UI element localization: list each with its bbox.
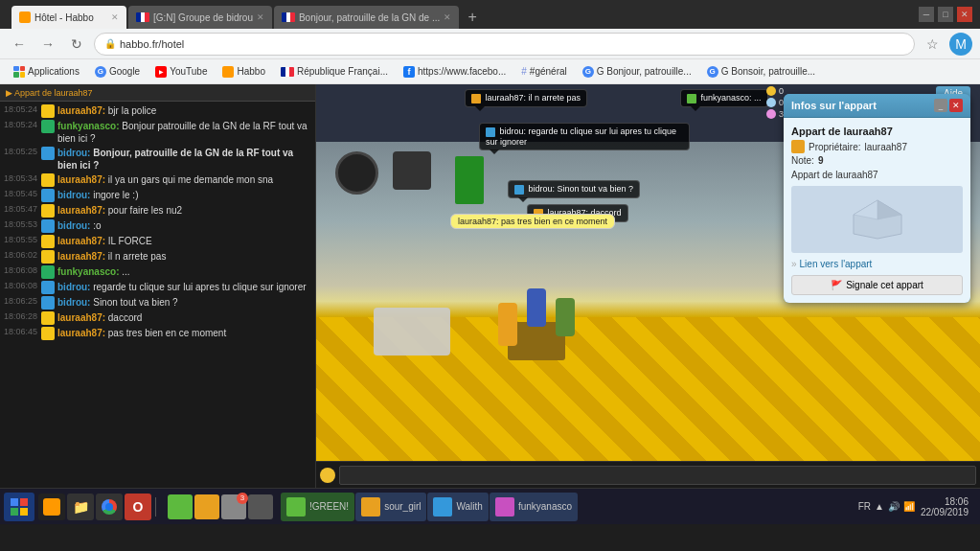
chat-msg-10: 18:06:08 bidrou: regarde tu clique sur l… — [4, 280, 311, 295]
msg-text-11: bidrou: Sinon tout va bien ? — [57, 296, 178, 309]
chat-msg-3: 18:05:34 lauraah87: il ya un gars qui me… — [4, 172, 311, 188]
browser-tab-2[interactable]: [G:N] Groupe de bidrou ✕ — [128, 6, 272, 29]
info-room-name: Appart de lauraah87 — [791, 126, 963, 137]
hud-currency1: 0 — [779, 86, 784, 96]
google-icon: G — [95, 66, 106, 78]
chat-msg-2: 18:05:25 bidrou: Bonjour, patrouille de … — [4, 146, 311, 172]
taskbar-app-sourgirl[interactable]: sour_girl — [355, 493, 426, 521]
info-rating-row: Note: 9 — [791, 155, 963, 166]
info-panel-title: Infos sur l'appart — [791, 100, 877, 111]
info-owner-avatar — [791, 140, 805, 153]
bookmark-youtube[interactable]: YouTube — [149, 64, 213, 80]
maximize-button[interactable]: □ — [938, 7, 953, 22]
google-icon-2: G — [582, 66, 594, 78]
systray: FR ▲ 🔊 📶 — [858, 501, 915, 512]
taskbar-chrome-icon[interactable] — [96, 494, 123, 520]
chat-input-field[interactable] — [339, 466, 976, 485]
taskbar-avatar-4[interactable] — [248, 494, 273, 519]
chat-emoji-icon[interactable] — [320, 468, 335, 483]
taskbar-avatar-3[interactable]: 3 — [221, 494, 246, 519]
taskbar-divider — [155, 497, 156, 517]
bookmark-habbo[interactable]: Habbo — [217, 64, 270, 80]
taskbar-app-funky[interactable]: funkyanasco — [490, 493, 578, 521]
browser-titlebar: Hôtel - Habbo ✕ [G:N] Groupe de bidrou ✕… — [0, 0, 980, 29]
nav-bar: ← → ↻ 🔒 habbo.fr/hotel ☆ M — [0, 29, 980, 59]
msg-text-1: funkyanasco: Bonjour patrouille de la GN… — [57, 120, 311, 145]
app-avatar-funky — [495, 497, 514, 517]
bookmark-bonjour-label: G Bonjour, patrouille... — [597, 66, 692, 77]
chat-msg-1: 18:05:24 funkyanasco: Bonjour patrouille… — [4, 119, 311, 146]
msg-time-4: 18:05:45 — [4, 189, 38, 200]
taskbar-avatar-2[interactable] — [194, 494, 219, 519]
google-icon-3: G — [707, 66, 718, 78]
app-avatar-green — [286, 497, 306, 517]
msg-avatar-2 — [41, 147, 55, 160]
tab-close-3[interactable]: ✕ — [444, 12, 451, 22]
chat-header-text: ▶ Appart de lauraah87 — [6, 88, 93, 98]
info-panel: Infos sur l'appart _ ✕ Appart de lauraah… — [784, 94, 970, 303]
msg-time-0: 18:05:24 — [4, 104, 38, 116]
facebook-icon: f — [403, 66, 415, 78]
bookmark-google[interactable]: G Google — [89, 64, 146, 80]
report-button[interactable]: 🚩 Signale cet appart — [791, 275, 963, 295]
tab-close-1[interactable]: ✕ — [111, 12, 119, 22]
address-bar[interactable]: 🔒 habbo.fr/hotel — [94, 33, 915, 56]
reload-button[interactable]: ↻ — [65, 33, 88, 56]
apps-icon — [13, 66, 25, 78]
new-tab-button[interactable]: + — [461, 6, 484, 29]
chat-msg-13: 18:06:45 lauraah87: pas tres bien en ce … — [4, 326, 311, 341]
app-label-walith: Walith — [456, 501, 482, 512]
taskbar-folder-icon[interactable]: 📁 — [67, 494, 94, 520]
forward-button[interactable]: → — [36, 33, 59, 56]
chat-msg-7: 18:05:55 lauraah87: IL FORCE — [4, 234, 311, 249]
msg-time-7: 18:05:55 — [4, 235, 38, 246]
msg-time-1: 18:05:24 — [4, 120, 38, 131]
bookmark-bonsoir[interactable]: G G Bonsoir, patrouille... — [701, 64, 821, 80]
bookmark-star-button[interactable]: ☆ — [921, 33, 944, 56]
bookmark-google-label: Google — [109, 66, 140, 77]
msg-time-13: 18:06:45 — [4, 327, 38, 338]
address-text: habbo.fr/hotel — [120, 38, 904, 50]
browser-tab-1[interactable]: Hôtel - Habbo ✕ — [11, 6, 126, 29]
character-2 — [556, 298, 575, 336]
taskbar-clock: 18:06 22/09/2019 — [921, 496, 969, 517]
taskbar-opera-icon[interactable]: O — [125, 494, 151, 520]
start-button[interactable] — [4, 493, 34, 521]
browser-tab-3[interactable]: Bonjour, patrouille de la GN de ... ✕ — [274, 6, 459, 29]
special-icon — [766, 109, 776, 119]
room-preview-svg — [849, 195, 906, 243]
bookmark-france[interactable]: République Françai... — [275, 64, 394, 79]
svg-rect-3 — [11, 498, 18, 506]
taskbar-right: FR ▲ 🔊 📶 18:06 22/09/2019 — [858, 496, 976, 517]
bookmark-applications-label: Applications — [28, 66, 80, 77]
msg-avatar-3 — [41, 173, 55, 187]
bubble-bidrou-2: bidrou: Sinon tout va bien ? — [508, 180, 640, 198]
info-owner-name: lauraah87 — [864, 142, 906, 152]
close-button[interactable]: ✕ — [957, 7, 972, 22]
msg-avatar-13 — [41, 327, 55, 340]
taskbar-avatar-1[interactable] — [168, 494, 193, 519]
back-button[interactable]: ← — [8, 33, 31, 56]
bookmark-bonjour[interactable]: G G Bonjour, patrouille... — [577, 64, 697, 80]
msg-avatar-4 — [41, 189, 55, 202]
minimize-button[interactable]: ─ — [919, 7, 934, 22]
taskbar-app-walith[interactable]: Walith — [427, 493, 488, 521]
info-panel-close[interactable]: ✕ — [949, 99, 963, 112]
msg-text-6: bidrou: :o — [57, 219, 102, 232]
systray-network: 📶 — [903, 501, 915, 512]
profile-button[interactable]: M — [949, 33, 972, 56]
bubble-text-4: bidrou: Sinon tout va bien ? — [529, 184, 634, 194]
svg-rect-6 — [20, 508, 28, 516]
bookmark-facebook[interactable]: f https://www.facebo... — [398, 64, 512, 80]
bookmark-general[interactable]: # #général — [515, 64, 572, 79]
tab-close-2[interactable]: ✕ — [257, 12, 264, 22]
info-link[interactable]: » Lien vers l'appart — [791, 259, 963, 269]
taskbar-app-green[interactable]: !GREEN! — [281, 493, 354, 521]
taskbar-habbo-icon[interactable] — [38, 494, 65, 520]
systray-up-arrow: ▲ — [875, 501, 884, 512]
notification-badge-3: 3 — [237, 493, 248, 504]
bookmark-applications[interactable]: Applications — [8, 64, 85, 80]
msg-text-13: lauraah87: pas tres bien en ce moment — [57, 327, 226, 339]
msg-text-7: lauraah87: IL FORCE — [57, 235, 152, 247]
info-panel-minimize[interactable]: _ — [934, 99, 947, 112]
